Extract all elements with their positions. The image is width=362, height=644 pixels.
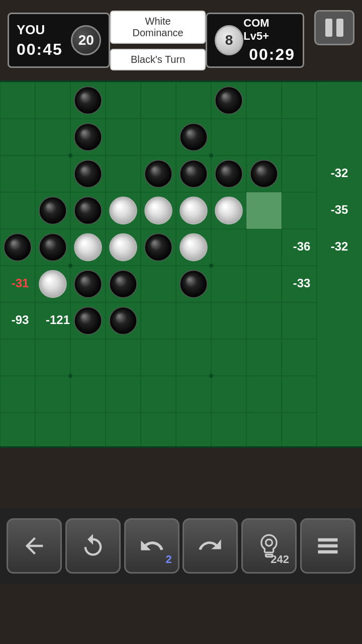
game-status-line2: Black's Turn	[110, 49, 206, 70]
back-icon	[21, 533, 47, 559]
redo-button[interactable]	[183, 518, 238, 574]
restart-button[interactable]	[65, 518, 121, 574]
board-container[interactable]	[0, 80, 362, 448]
center-panel: White Dominance Black's Turn	[110, 11, 206, 70]
player-score-badge: 20	[71, 25, 101, 55]
player-label: YOU	[17, 22, 63, 38]
bottom-area	[0, 584, 362, 644]
score-labels	[317, 82, 362, 448]
header: YOU 00:45 20 White Dominance Black's Tur…	[0, 0, 362, 80]
menu-icon	[315, 533, 341, 559]
toolbar: 2 242	[0, 508, 362, 584]
player-info: YOU 00:45	[17, 22, 63, 59]
back-button[interactable]	[7, 518, 62, 574]
redo-icon	[197, 533, 223, 559]
svg-rect-1	[318, 538, 337, 542]
svg-rect-2	[318, 544, 337, 548]
com-panel: 8 COM Lv5+ 00:29	[206, 13, 304, 68]
undo-button[interactable]: 2	[124, 518, 179, 574]
pause-button[interactable]	[314, 10, 354, 45]
com-score-badge: 8	[215, 25, 243, 55]
svg-point-0	[265, 539, 272, 546]
undo-icon	[139, 533, 165, 559]
undo-badge: 2	[165, 553, 171, 566]
pause-bar-left	[325, 19, 332, 37]
player-panel: YOU 00:45 20	[8, 13, 110, 68]
hint-badge: 242	[270, 553, 289, 566]
menu-button[interactable]	[300, 518, 355, 574]
player-timer: 00:45	[17, 40, 63, 59]
restart-icon	[80, 533, 106, 559]
hint-button[interactable]: 242	[241, 518, 297, 574]
com-timer: 00:29	[249, 45, 295, 64]
com-info: COM Lv5+ 00:29	[243, 17, 295, 64]
svg-rect-3	[318, 550, 337, 554]
pause-bar-right	[336, 19, 343, 37]
com-label: COM Lv5+	[243, 17, 295, 43]
game-status-line1: White Dominance	[110, 11, 206, 44]
